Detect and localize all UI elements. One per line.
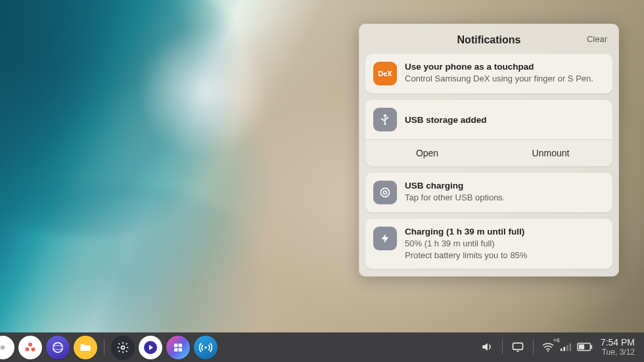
- notification-title: USB storage added: [405, 115, 487, 125]
- notification-card-usb-charging[interactable]: USB charging Tap for other USB options.: [365, 173, 612, 212]
- usb-settings-icon: [373, 181, 397, 204]
- clock-time: 7:54 PM: [601, 338, 635, 348]
- clear-button[interactable]: Clear: [587, 34, 607, 44]
- notification-subtitle: 50% (1 h 39 m until full) Protect batter…: [405, 238, 603, 261]
- svg-rect-16: [179, 348, 182, 351]
- svg-rect-13: [174, 344, 177, 347]
- svg-rect-20: [561, 349, 563, 351]
- clock[interactable]: 7:54 PM Tue, 3/12: [598, 338, 635, 357]
- svg-point-4: [384, 191, 387, 194]
- taskbar-app-files[interactable]: [74, 336, 97, 359]
- notifications-panel: Notifications Clear DeX Use your phone a…: [359, 24, 619, 277]
- notification-title: Charging (1 h 39 m until full): [405, 227, 603, 237]
- dex-icon: DeX: [373, 62, 397, 85]
- notification-title: Use your phone as a touchpad: [405, 62, 603, 72]
- battery-icon[interactable]: [577, 340, 593, 354]
- notification-title: USB charging: [405, 181, 603, 191]
- taskbar-left: [0, 336, 218, 359]
- taskbar-app-browser[interactable]: [46, 336, 70, 359]
- notification-card-usb-storage[interactable]: USB storage added Open Unmount: [365, 100, 612, 166]
- svg-rect-22: [566, 346, 568, 351]
- svg-rect-21: [563, 347, 565, 351]
- svg-point-9: [53, 342, 63, 352]
- unmount-button[interactable]: Unmount: [489, 140, 612, 166]
- wifi-badge: +6: [553, 337, 560, 344]
- svg-point-2: [381, 118, 382, 120]
- svg-point-5: [1, 345, 5, 350]
- svg-point-17: [204, 346, 206, 348]
- taskbar-right: +6 7:54 PM Tue, 3/12: [480, 338, 639, 357]
- svg-rect-18: [513, 344, 522, 350]
- svg-point-11: [122, 346, 125, 349]
- wifi-icon[interactable]: +6: [541, 340, 555, 354]
- svg-rect-15: [174, 348, 177, 351]
- cellular-icon[interactable]: [560, 340, 572, 354]
- taskbar-app-broadcast[interactable]: [194, 336, 218, 359]
- volume-icon[interactable]: [480, 340, 494, 354]
- notification-actions: Open Unmount: [365, 139, 612, 166]
- taskbar-app-gallery[interactable]: [166, 336, 190, 359]
- usb-icon: [373, 108, 397, 131]
- svg-point-6: [28, 342, 32, 346]
- open-button[interactable]: Open: [365, 140, 489, 166]
- taskbar-app-settings[interactable]: [111, 336, 135, 359]
- taskbar-app-video[interactable]: [139, 336, 162, 359]
- bolt-icon: [373, 227, 397, 250]
- svg-point-10: [53, 346, 63, 350]
- notification-subtitle: Control Samsung DeX using your finger or…: [405, 73, 603, 85]
- status-separator: [533, 339, 534, 355]
- svg-point-8: [32, 347, 35, 351]
- svg-rect-25: [591, 346, 592, 350]
- svg-rect-1: [387, 117, 388, 118]
- svg-point-0: [384, 123, 386, 125]
- svg-point-3: [380, 188, 389, 196]
- notification-card-charging[interactable]: Charging (1 h 39 m until full) 50% (1 h …: [365, 219, 612, 269]
- svg-point-7: [25, 347, 29, 351]
- notifications-tray-icon[interactable]: [511, 340, 525, 354]
- clock-date: Tue, 3/12: [601, 348, 635, 357]
- taskbar-app-asana[interactable]: [18, 336, 42, 359]
- svg-rect-26: [579, 345, 584, 350]
- notification-card-dex[interactable]: DeX Use your phone as a touchpad Control…: [365, 54, 612, 93]
- svg-point-19: [547, 351, 549, 352]
- notifications-title: Notifications: [457, 34, 521, 46]
- taskbar-separator: [104, 340, 104, 355]
- launcher-icon[interactable]: [0, 336, 14, 359]
- svg-rect-23: [569, 344, 571, 351]
- taskbar: +6 7:54 PM Tue, 3/12: [0, 332, 644, 362]
- desktop: Notifications Clear DeX Use your phone a…: [0, 0, 644, 362]
- status-separator: [502, 339, 503, 355]
- svg-rect-14: [179, 344, 182, 347]
- notification-subtitle: Tap for other USB options.: [405, 192, 603, 204]
- notifications-header: Notifications Clear: [365, 30, 612, 50]
